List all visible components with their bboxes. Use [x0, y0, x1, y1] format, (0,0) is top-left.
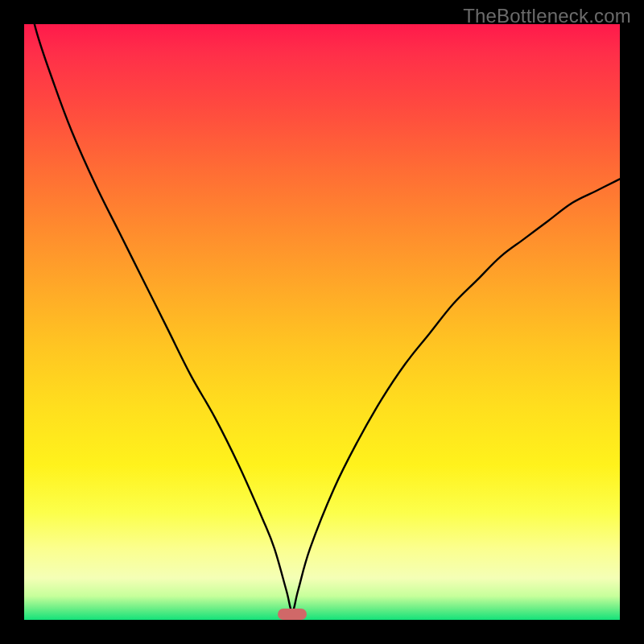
watermark-text: TheBottleneck.com: [463, 5, 631, 27]
chart-frame: TheBottleneck.com: [0, 0, 644, 644]
plot-area: [24, 24, 620, 620]
curve-path: [24, 24, 620, 611]
curve-svg: [24, 24, 620, 620]
minimum-marker: [278, 609, 307, 620]
